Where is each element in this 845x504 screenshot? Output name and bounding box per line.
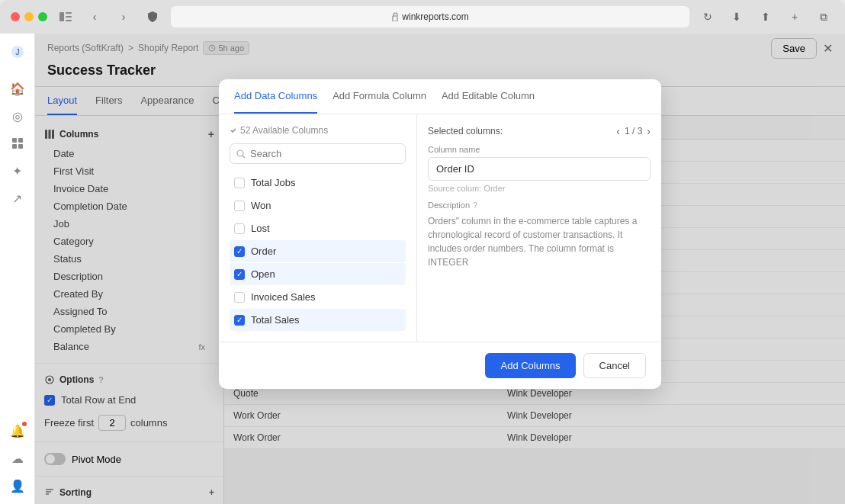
search-icon — [236, 149, 246, 159]
copy-tab-btn[interactable]: ⧉ — [813, 6, 834, 27]
browser-actions: ⬇ ⬆ + ⧉ — [726, 6, 834, 27]
modal-tab-data-columns[interactable]: Add Data Columns — [234, 79, 317, 114]
col-checkbox[interactable] — [234, 201, 245, 211]
modal-footer: Add Columns Cancel — [219, 342, 661, 389]
minimize-traffic-light[interactable] — [24, 12, 34, 21]
svg-rect-1 — [66, 12, 72, 14]
col-checkbox-checked[interactable]: ✓ — [234, 269, 245, 280]
available-count-text: 52 Available Columns — [240, 125, 328, 136]
column-name-input[interactable] — [428, 157, 651, 181]
rail-clock-icon[interactable]: ◎ — [5, 104, 30, 128]
modal-tab-editable-column[interactable]: Add Editable Column — [442, 79, 535, 114]
svg-rect-3 — [66, 20, 72, 21]
svg-point-22 — [237, 150, 243, 156]
address-bar[interactable]: winkreports.com — [171, 6, 689, 27]
rail-home2-icon[interactable]: 🏠 — [5, 76, 30, 101]
svg-rect-2 — [66, 16, 72, 18]
url-text: winkreports.com — [402, 11, 468, 22]
available-count: 52 Available Columns — [230, 125, 406, 136]
description-label: Description ? — [428, 201, 651, 210]
svg-rect-8 — [18, 138, 23, 143]
app-container: J 🏠 ◎ ✦ ↗ 🔔 ☁ 👤 Reports (SoftKraft) > Sh… — [0, 34, 845, 504]
add-data-columns-modal: Add Data Columns Add Formula Column Add … — [219, 79, 661, 389]
svg-line-23 — [243, 156, 245, 158]
col-item-invoiced-sales[interactable]: Invoiced Sales — [230, 286, 406, 308]
col-item-lost[interactable]: Lost — [230, 217, 406, 239]
column-search-box[interactable] — [230, 143, 406, 164]
maximize-traffic-light[interactable] — [38, 12, 47, 21]
browser-security-icon — [142, 6, 163, 27]
close-traffic-light[interactable] — [11, 12, 20, 21]
col-item-total-sales[interactable]: ✓ Total Sales — [230, 309, 406, 331]
col-item-won[interactable]: Won — [230, 194, 406, 217]
add-columns-button[interactable]: Add Columns — [485, 353, 575, 378]
available-columns-panel: 52 Available Columns Total Jobs — [219, 114, 417, 342]
search-input[interactable] — [250, 148, 399, 159]
rail-cloud-icon[interactable]: ☁ — [5, 446, 30, 470]
modal-tab-formula-column[interactable]: Add Formula Column — [333, 79, 426, 114]
col-item-open[interactable]: ✓ Open — [230, 263, 406, 285]
source-label: Source colum: Order — [428, 184, 651, 193]
rail-bell-icon[interactable]: 🔔 — [5, 419, 30, 443]
left-rail: J 🏠 ◎ ✦ ↗ 🔔 ☁ 👤 — [0, 34, 35, 504]
rail-home-icon[interactable]: J — [5, 40, 30, 64]
new-tab-btn[interactable]: + — [784, 6, 805, 27]
selected-label: Selected columns: — [428, 126, 503, 136]
traffic-lights — [11, 12, 47, 21]
col-item-total-jobs[interactable]: Total Jobs — [230, 172, 406, 194]
col-checkbox-checked[interactable]: ✓ — [234, 315, 245, 326]
rail-user-icon[interactable]: 👤 — [5, 474, 30, 498]
share-btn[interactable]: ⬆ — [755, 6, 776, 27]
description-help-icon[interactable]: ? — [473, 201, 477, 210]
sidebar-toggle-btn[interactable] — [55, 6, 76, 27]
col-checkbox-checked[interactable]: ✓ — [234, 246, 245, 257]
description-text: Orders" column in the e-commerce table c… — [428, 214, 651, 269]
reload-btn[interactable]: ↻ — [697, 6, 718, 27]
next-column-btn[interactable]: › — [647, 125, 651, 137]
cancel-button[interactable]: Cancel — [583, 353, 646, 378]
modal-body: 52 Available Columns Total Jobs — [219, 114, 661, 342]
selected-header: Selected columns: ‹ 1 / 3 › — [428, 125, 651, 137]
svg-rect-7 — [12, 138, 17, 143]
rail-arrow-icon[interactable]: ↗ — [5, 186, 30, 210]
page-info: 1 / 3 — [625, 126, 642, 136]
column-list: Total Jobs Won Lost ✓ — [230, 172, 406, 331]
download-btn[interactable]: ⬇ — [726, 6, 747, 27]
main-area: Reports (SoftKraft) > Shopify Report 5h … — [35, 34, 845, 504]
col-checkbox[interactable] — [234, 223, 245, 234]
svg-rect-0 — [59, 12, 64, 21]
col-item-order[interactable]: ✓ Order — [230, 240, 406, 262]
svg-rect-9 — [12, 144, 17, 149]
modal-tabs: Add Data Columns Add Formula Column Add … — [219, 79, 661, 114]
browser-chrome: ‹ › winkreports.com ↻ ⬇ ⬆ + ⧉ — [0, 0, 845, 34]
rail-star-icon[interactable]: ✦ — [5, 159, 30, 183]
svg-text:J: J — [15, 47, 20, 56]
back-btn[interactable]: ‹ — [84, 6, 105, 27]
col-checkbox[interactable] — [234, 292, 245, 303]
rail-grid-icon[interactable] — [5, 131, 30, 156]
modal-overlay: Add Data Columns Add Formula Column Add … — [35, 34, 845, 504]
notification-dot — [22, 422, 27, 426]
prev-column-btn[interactable]: ‹ — [616, 125, 620, 137]
selected-column-panel: Selected columns: ‹ 1 / 3 › Column name … — [417, 114, 661, 342]
column-name-label: Column name — [428, 145, 651, 154]
svg-rect-4 — [393, 16, 397, 21]
column-nav: ‹ 1 / 3 › — [616, 125, 651, 137]
forward-btn[interactable]: › — [113, 6, 134, 27]
col-checkbox[interactable] — [234, 178, 245, 188]
svg-rect-10 — [18, 144, 23, 149]
